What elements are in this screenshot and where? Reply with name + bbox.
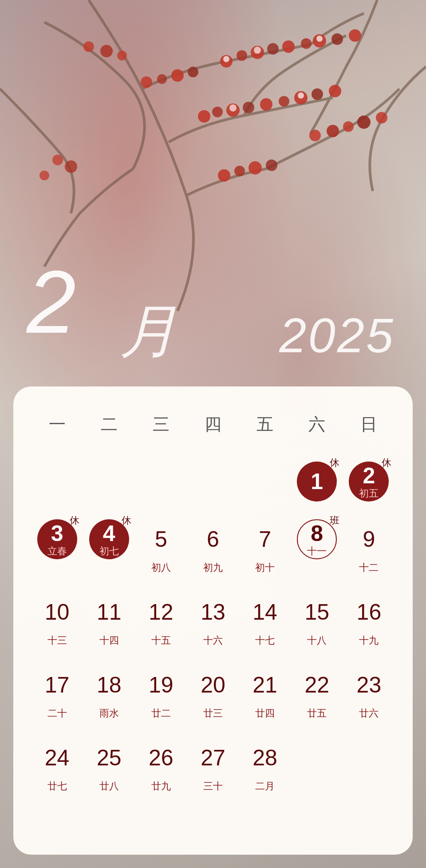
day-1[interactable]: 休 1 — [291, 454, 343, 511]
day-circle-18: 18 — [89, 665, 129, 705]
day-number-24: 24 — [45, 747, 70, 769]
day-13[interactable]: 13 十六 — [187, 584, 239, 657]
day-circle-23: 23 — [349, 665, 389, 705]
day-circle-15: 15 — [297, 592, 337, 632]
day-24[interactable]: 24 廿七 — [31, 730, 83, 803]
svg-point-22 — [141, 76, 152, 88]
weekday-fri: 五 — [239, 409, 291, 440]
day-sub-4: 初七 — [99, 546, 119, 556]
empty-cell — [187, 454, 239, 511]
svg-point-8 — [349, 29, 361, 42]
empty-cell — [343, 730, 395, 803]
svg-point-19 — [234, 166, 245, 176]
day-circle-26: 26 — [141, 738, 181, 778]
day-9[interactable]: 9 十二 — [343, 511, 395, 584]
day-20[interactable]: 20 廿三 — [187, 657, 239, 730]
weekday-sun: 日 — [343, 409, 395, 440]
day-18[interactable]: 18 雨水 — [83, 657, 135, 730]
empty-cell — [239, 454, 291, 511]
day-28[interactable]: 28 二月 — [239, 730, 291, 803]
day-27[interactable]: 27 三十 — [187, 730, 239, 803]
day-sub-11: 十四 — [99, 634, 119, 647]
svg-point-28 — [117, 51, 127, 60]
day-circle-10: 10 — [37, 592, 77, 632]
svg-point-18 — [218, 169, 230, 182]
day-sub-12: 十五 — [151, 634, 171, 647]
year-label: 2025 — [279, 311, 395, 360]
day-circle-2: 2 初五 — [349, 462, 389, 502]
day-16[interactable]: 16 十九 — [343, 584, 395, 657]
day-21[interactable]: 21 廿四 — [239, 657, 291, 730]
day-15[interactable]: 15 十八 — [291, 584, 343, 657]
svg-point-32 — [309, 130, 321, 141]
day-sub-18: 雨水 — [99, 707, 119, 720]
day-number-15: 15 — [304, 601, 329, 623]
day-circle-4: 4 初七 — [89, 519, 129, 559]
day-sub-19: 廿二 — [151, 707, 171, 720]
weekday-tue: 二 — [83, 409, 135, 440]
day-7[interactable]: 7 初十 — [239, 511, 291, 584]
svg-point-7 — [331, 33, 343, 45]
day-22[interactable]: 22 廿五 — [291, 657, 343, 730]
empty-cell — [83, 454, 135, 511]
day-sub-8: 十一 — [307, 546, 327, 556]
svg-point-39 — [316, 36, 323, 42]
day-sub-21: 廿四 — [255, 707, 275, 720]
svg-point-20 — [248, 161, 262, 175]
svg-point-35 — [357, 115, 371, 129]
weekday-thu: 四 — [187, 409, 239, 440]
day-3[interactable]: 休 3 立春 — [31, 511, 83, 584]
day-sub-9: 十二 — [359, 561, 379, 574]
day-number-16: 16 — [357, 601, 382, 623]
day-circle-6: 6 — [193, 519, 233, 559]
day-sub-23: 廿六 — [359, 707, 379, 720]
day-circle-24: 24 — [37, 738, 77, 778]
day-circle-28: 28 — [245, 738, 285, 778]
day-circle-19: 19 — [141, 665, 181, 705]
day-10[interactable]: 10 十三 — [31, 584, 83, 657]
day-2[interactable]: 休 2 初五 — [343, 454, 395, 511]
svg-point-12 — [243, 102, 254, 113]
day-4[interactable]: 休 4 初七 — [83, 511, 135, 584]
empty-cell — [291, 730, 343, 803]
day-14[interactable]: 14 十七 — [239, 584, 291, 657]
empty-cell — [135, 454, 187, 511]
day-8[interactable]: 班 8 十一 — [291, 511, 343, 584]
svg-point-3 — [267, 43, 279, 55]
svg-point-34 — [343, 121, 354, 132]
day-23[interactable]: 23 廿六 — [343, 657, 395, 730]
day-circle-5: 5 — [141, 519, 181, 559]
svg-point-16 — [312, 88, 323, 100]
day-25[interactable]: 25 廿八 — [83, 730, 135, 803]
day-sub-6: 初九 — [203, 561, 223, 574]
svg-point-9 — [198, 110, 210, 123]
day-26[interactable]: 26 廿九 — [135, 730, 187, 803]
day-circle-12: 12 — [141, 592, 181, 632]
day-6[interactable]: 6 初九 — [187, 511, 239, 584]
day-sub-17: 二十 — [47, 707, 67, 720]
day-11[interactable]: 11 十四 — [83, 584, 135, 657]
svg-point-26 — [83, 41, 94, 52]
day-5[interactable]: 5 初八 — [135, 511, 187, 584]
svg-point-5 — [301, 38, 312, 49]
svg-point-41 — [298, 92, 304, 99]
month-kanji: 月 — [120, 302, 178, 360]
day-sub-20: 廿三 — [203, 707, 223, 720]
day-sub-27: 三十 — [203, 780, 223, 793]
day-sub-5: 初八 — [151, 561, 171, 574]
day-sub-3: 立春 — [47, 546, 67, 556]
svg-point-29 — [52, 155, 63, 165]
svg-point-30 — [65, 160, 77, 173]
weekday-sat: 六 — [291, 409, 343, 440]
day-sub-22: 廿五 — [307, 707, 327, 720]
day-sub-7: 初十 — [255, 561, 275, 574]
day-sub-28: 二月 — [255, 780, 275, 793]
day-circle-20: 20 — [193, 665, 233, 705]
svg-point-31 — [39, 171, 49, 180]
day-number-1: 1 — [311, 470, 323, 493]
day-17[interactable]: 17 二十 — [31, 657, 83, 730]
day-12[interactable]: 12 十五 — [135, 584, 187, 657]
day-number-20: 20 — [201, 674, 225, 696]
day-circle-7: 7 — [245, 519, 285, 559]
day-19[interactable]: 19 廿二 — [135, 657, 187, 730]
